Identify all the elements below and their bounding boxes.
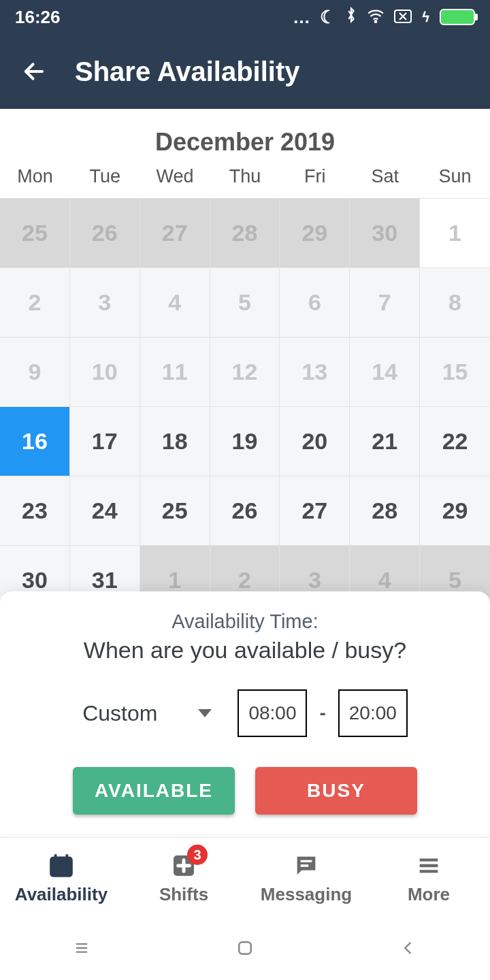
calendar-day-cell[interactable]: 19: [210, 406, 280, 476]
close-box-icon: [394, 7, 412, 28]
calendar-day-cell[interactable]: 2: [0, 267, 70, 337]
available-button[interactable]: AVAILABLE: [73, 767, 235, 815]
calendar-day-cell[interactable]: 20: [280, 406, 350, 476]
charging-icon: ϟ: [421, 9, 430, 25]
calendar-day-cell[interactable]: 9: [0, 337, 70, 406]
calendar-dow-cell: Thu: [210, 166, 280, 198]
time-from-input[interactable]: 08:00: [238, 689, 307, 737]
calendar-day-cell[interactable]: 11: [140, 337, 210, 406]
nav-label: Messaging: [261, 884, 352, 905]
calendar-day-cell[interactable]: 22: [420, 406, 490, 476]
wifi-icon: [367, 7, 385, 28]
status-bar: 16:26 … ☾ ϟ: [0, 0, 490, 34]
calendar-dow-cell: Tue: [70, 166, 140, 198]
availability-sheet: Availability Time: When are you availabl…: [0, 591, 490, 834]
sheet-subtitle: When are you available / busy?: [16, 637, 474, 664]
calendar-day-cell[interactable]: 28: [210, 198, 280, 267]
calendar-day-cell[interactable]: 1: [420, 198, 490, 267]
calendar-dow-cell: Sun: [420, 166, 490, 198]
calendar-month-label: December 2019: [0, 109, 490, 166]
calendar-day-cell[interactable]: 16: [0, 406, 70, 476]
calendar-day-cell[interactable]: 29: [420, 476, 490, 545]
calendar-dow-cell: Wed: [140, 166, 210, 198]
calendar-day-cell[interactable]: 25: [140, 476, 210, 545]
calendar-day-cell[interactable]: 27: [140, 198, 210, 267]
svg-rect-7: [239, 942, 251, 954]
calendar-icon: [47, 851, 76, 880]
menu-icon: [414, 851, 443, 880]
sheet-title: Availability Time:: [16, 610, 474, 633]
calendar-day-cell[interactable]: 7: [350, 267, 420, 337]
calendar-day-cell[interactable]: 18: [140, 406, 210, 476]
calendar-day-cell[interactable]: 24: [70, 476, 140, 545]
system-home-icon[interactable]: [235, 938, 255, 961]
nav-label: Availability: [15, 884, 108, 905]
app-root: 16:26 … ☾ ϟ Share Availability December …: [0, 0, 490, 980]
calendar-day-cell[interactable]: 4: [140, 267, 210, 337]
busy-button[interactable]: BUSY: [255, 767, 417, 815]
bottom-nav: Availability 3 Shifts Messaging More: [0, 837, 490, 919]
status-icons: … ☾ ϟ: [293, 7, 475, 28]
calendar-dow-cell: Sat: [350, 166, 420, 198]
calendar-day-cell[interactable]: 12: [210, 337, 280, 406]
calendar-day-cell[interactable]: 28: [350, 476, 420, 545]
nav-shifts[interactable]: 3 Shifts: [122, 838, 245, 919]
calendar-day-cell[interactable]: 3: [70, 267, 140, 337]
nav-availability[interactable]: Availability: [0, 838, 122, 919]
svg-rect-2: [51, 858, 71, 876]
time-row: Custom 08:00 - 20:00: [16, 689, 474, 737]
plus-box-icon: 3: [169, 851, 198, 880]
time-to-input[interactable]: 20:00: [338, 689, 408, 737]
bluetooth-icon: [345, 7, 357, 28]
calendar-dow-cell: Mon: [0, 166, 70, 198]
preset-select[interactable]: Custom: [82, 701, 212, 726]
calendar-day-cell[interactable]: 26: [210, 476, 280, 545]
svg-point-0: [375, 20, 377, 22]
calendar-day-cell[interactable]: 6: [280, 267, 350, 337]
calendar-day-cell[interactable]: 17: [70, 406, 140, 476]
calendar-day-cell[interactable]: 13: [280, 337, 350, 406]
moon-icon: ☾: [320, 7, 336, 28]
more-icon: …: [293, 7, 310, 28]
nav-label: More: [408, 884, 450, 905]
calendar-grid: 2526272829301234567891011121314151617181…: [0, 198, 490, 615]
calendar-dow-cell: Fri: [280, 166, 350, 198]
nav-label: Shifts: [159, 884, 208, 905]
nav-messaging[interactable]: Messaging: [245, 838, 368, 919]
back-button[interactable]: [20, 58, 48, 85]
status-time: 16:26: [15, 7, 61, 28]
calendar-day-cell[interactable]: 27: [280, 476, 350, 545]
calendar-dow-row: MonTueWedThuFriSatSun: [0, 166, 490, 198]
calendar-day-cell[interactable]: 5: [210, 267, 280, 337]
page-title: Share Availability: [75, 56, 300, 87]
nav-more[interactable]: More: [368, 838, 490, 919]
time-separator: -: [319, 702, 325, 724]
system-recent-icon[interactable]: [72, 938, 91, 960]
preset-select-label: Custom: [82, 701, 157, 726]
calendar-day-cell[interactable]: 26: [70, 198, 140, 267]
svg-rect-5: [63, 862, 65, 864]
calendar-day-cell[interactable]: 8: [420, 267, 490, 337]
app-header: Share Availability: [0, 34, 490, 109]
calendar-day-cell[interactable]: 21: [350, 406, 420, 476]
shifts-badge: 3: [187, 845, 208, 865]
content: December 2019 MonTueWedThuFriSatSun 2526…: [0, 109, 490, 837]
calendar-day-cell[interactable]: 23: [0, 476, 70, 545]
system-back-icon[interactable]: [399, 938, 418, 960]
calendar-day-cell[interactable]: 29: [280, 198, 350, 267]
svg-rect-4: [59, 862, 61, 864]
battery-icon: [440, 9, 475, 25]
system-nav-bar: [0, 919, 490, 980]
button-row: AVAILABLE BUSY: [16, 767, 474, 815]
calendar-day-cell[interactable]: 30: [350, 198, 420, 267]
calendar-day-cell[interactable]: 14: [350, 337, 420, 406]
chat-icon: [292, 851, 321, 880]
calendar-day-cell[interactable]: 10: [70, 337, 140, 406]
calendar-day-cell[interactable]: 15: [420, 337, 490, 406]
chevron-down-icon: [198, 709, 212, 717]
calendar-day-cell[interactable]: 25: [0, 198, 70, 267]
svg-rect-3: [54, 862, 56, 864]
